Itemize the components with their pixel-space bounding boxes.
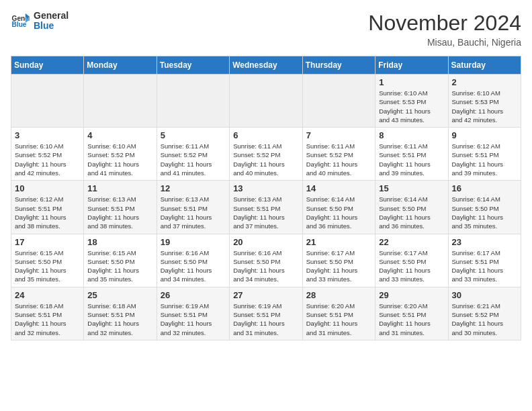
day-number: 10 bbox=[15, 183, 80, 193]
calendar-cell: 19Sunrise: 6:16 AM Sunset: 5:50 PM Dayli… bbox=[157, 234, 229, 287]
calendar-cell: 4Sunrise: 6:10 AM Sunset: 5:52 PM Daylig… bbox=[84, 128, 157, 181]
day-number: 24 bbox=[15, 290, 80, 300]
location-subtitle: Misau, Bauchi, Nigeria bbox=[368, 37, 521, 48]
day-info: Sunrise: 6:15 AM Sunset: 5:50 PM Dayligh… bbox=[87, 248, 152, 284]
calendar-week-row: 24Sunrise: 6:18 AM Sunset: 5:51 PM Dayli… bbox=[11, 287, 521, 340]
day-number: 1 bbox=[379, 77, 444, 87]
day-number: 13 bbox=[233, 183, 299, 193]
day-number: 23 bbox=[452, 237, 518, 247]
calendar-week-row: 3Sunrise: 6:10 AM Sunset: 5:52 PM Daylig… bbox=[11, 128, 521, 181]
day-info: Sunrise: 6:10 AM Sunset: 5:52 PM Dayligh… bbox=[87, 142, 152, 177]
day-info: Sunrise: 6:14 AM Sunset: 5:50 PM Dayligh… bbox=[452, 195, 518, 230]
calendar-cell: 15Sunrise: 6:14 AM Sunset: 5:50 PM Dayli… bbox=[375, 181, 448, 234]
calendar-week-row: 1Sunrise: 6:10 AM Sunset: 5:53 PM Daylig… bbox=[11, 75, 521, 128]
weekday-header: Saturday bbox=[448, 56, 521, 75]
weekday-header: Friday bbox=[375, 56, 448, 75]
logo: General Blue General Blue bbox=[11, 11, 69, 32]
day-number: 25 bbox=[87, 290, 152, 300]
day-info: Sunrise: 6:17 AM Sunset: 5:51 PM Dayligh… bbox=[452, 248, 518, 284]
calendar-cell: 3Sunrise: 6:10 AM Sunset: 5:52 PM Daylig… bbox=[11, 128, 84, 181]
day-number: 20 bbox=[233, 237, 299, 247]
day-info: Sunrise: 6:14 AM Sunset: 5:50 PM Dayligh… bbox=[306, 195, 371, 230]
day-number: 30 bbox=[452, 290, 518, 300]
calendar-cell bbox=[230, 75, 303, 128]
calendar-cell: 24Sunrise: 6:18 AM Sunset: 5:51 PM Dayli… bbox=[11, 287, 84, 340]
calendar-cell: 27Sunrise: 6:19 AM Sunset: 5:51 PM Dayli… bbox=[230, 287, 303, 340]
calendar-cell bbox=[157, 75, 229, 128]
day-info: Sunrise: 6:11 AM Sunset: 5:52 PM Dayligh… bbox=[233, 142, 299, 177]
day-info: Sunrise: 6:11 AM Sunset: 5:52 PM Dayligh… bbox=[161, 142, 226, 177]
calendar-cell: 20Sunrise: 6:16 AM Sunset: 5:50 PM Dayli… bbox=[230, 234, 303, 287]
calendar-cell: 1Sunrise: 6:10 AM Sunset: 5:53 PM Daylig… bbox=[375, 75, 448, 128]
day-number: 3 bbox=[15, 130, 80, 140]
calendar-cell: 18Sunrise: 6:15 AM Sunset: 5:50 PM Dayli… bbox=[84, 234, 157, 287]
day-info: Sunrise: 6:10 AM Sunset: 5:53 PM Dayligh… bbox=[452, 89, 518, 124]
weekday-header: Wednesday bbox=[230, 56, 303, 75]
day-info: Sunrise: 6:16 AM Sunset: 5:50 PM Dayligh… bbox=[233, 248, 299, 284]
calendar-cell: 14Sunrise: 6:14 AM Sunset: 5:50 PM Dayli… bbox=[302, 181, 375, 234]
calendar-cell: 28Sunrise: 6:20 AM Sunset: 5:51 PM Dayli… bbox=[302, 287, 375, 340]
day-number: 15 bbox=[379, 183, 444, 193]
calendar-cell: 11Sunrise: 6:13 AM Sunset: 5:51 PM Dayli… bbox=[84, 181, 157, 234]
day-info: Sunrise: 6:15 AM Sunset: 5:50 PM Dayligh… bbox=[15, 248, 80, 284]
day-info: Sunrise: 6:11 AM Sunset: 5:52 PM Dayligh… bbox=[306, 142, 371, 177]
day-number: 26 bbox=[161, 290, 226, 300]
day-info: Sunrise: 6:12 AM Sunset: 5:51 PM Dayligh… bbox=[452, 142, 518, 177]
day-number: 14 bbox=[306, 183, 371, 193]
calendar-cell: 17Sunrise: 6:15 AM Sunset: 5:50 PM Dayli… bbox=[11, 234, 84, 287]
calendar-cell bbox=[84, 75, 157, 128]
calendar-cell: 29Sunrise: 6:20 AM Sunset: 5:51 PM Dayli… bbox=[375, 287, 448, 340]
weekday-header: Tuesday bbox=[157, 56, 229, 75]
day-number: 16 bbox=[452, 183, 518, 193]
calendar-cell: 30Sunrise: 6:21 AM Sunset: 5:52 PM Dayli… bbox=[448, 287, 521, 340]
calendar-cell: 8Sunrise: 6:11 AM Sunset: 5:51 PM Daylig… bbox=[375, 128, 448, 181]
day-info: Sunrise: 6:18 AM Sunset: 5:51 PM Dayligh… bbox=[87, 302, 152, 337]
month-title: November 2024 bbox=[368, 11, 521, 36]
day-number: 18 bbox=[87, 237, 152, 247]
day-info: Sunrise: 6:19 AM Sunset: 5:51 PM Dayligh… bbox=[161, 302, 226, 337]
calendar-cell: 10Sunrise: 6:12 AM Sunset: 5:51 PM Dayli… bbox=[11, 181, 84, 234]
day-number: 27 bbox=[233, 290, 299, 300]
day-info: Sunrise: 6:17 AM Sunset: 5:50 PM Dayligh… bbox=[379, 248, 444, 284]
calendar-table: SundayMondayTuesdayWednesdayThursdayFrid… bbox=[11, 56, 521, 340]
logo-text-blue: Blue bbox=[34, 21, 69, 31]
calendar-header-row: SundayMondayTuesdayWednesdayThursdayFrid… bbox=[11, 56, 521, 75]
day-info: Sunrise: 6:17 AM Sunset: 5:50 PM Dayligh… bbox=[306, 248, 371, 284]
calendar-cell: 7Sunrise: 6:11 AM Sunset: 5:52 PM Daylig… bbox=[302, 128, 375, 181]
day-info: Sunrise: 6:13 AM Sunset: 5:51 PM Dayligh… bbox=[233, 195, 299, 230]
title-block: November 2024 Misau, Bauchi, Nigeria bbox=[368, 11, 521, 48]
calendar-cell bbox=[302, 75, 375, 128]
calendar-cell: 12Sunrise: 6:13 AM Sunset: 5:51 PM Dayli… bbox=[157, 181, 229, 234]
day-info: Sunrise: 6:10 AM Sunset: 5:53 PM Dayligh… bbox=[379, 89, 444, 124]
logo-icon: General Blue bbox=[11, 11, 30, 30]
day-info: Sunrise: 6:14 AM Sunset: 5:50 PM Dayligh… bbox=[379, 195, 444, 230]
day-info: Sunrise: 6:13 AM Sunset: 5:51 PM Dayligh… bbox=[161, 195, 226, 230]
calendar-cell: 9Sunrise: 6:12 AM Sunset: 5:51 PM Daylig… bbox=[448, 128, 521, 181]
day-info: Sunrise: 6:21 AM Sunset: 5:52 PM Dayligh… bbox=[452, 302, 518, 337]
day-number: 5 bbox=[161, 130, 226, 140]
day-number: 9 bbox=[452, 130, 518, 140]
day-info: Sunrise: 6:19 AM Sunset: 5:51 PM Dayligh… bbox=[233, 302, 299, 337]
day-number: 12 bbox=[161, 183, 226, 193]
day-info: Sunrise: 6:11 AM Sunset: 5:51 PM Dayligh… bbox=[379, 142, 444, 177]
day-number: 21 bbox=[306, 237, 371, 247]
calendar-cell: 25Sunrise: 6:18 AM Sunset: 5:51 PM Dayli… bbox=[84, 287, 157, 340]
day-info: Sunrise: 6:10 AM Sunset: 5:52 PM Dayligh… bbox=[15, 142, 80, 177]
weekday-header: Sunday bbox=[11, 56, 84, 75]
day-info: Sunrise: 6:12 AM Sunset: 5:51 PM Dayligh… bbox=[15, 195, 80, 230]
page-header: General Blue General Blue November 2024 … bbox=[11, 11, 521, 48]
weekday-header: Monday bbox=[84, 56, 157, 75]
calendar-cell: 13Sunrise: 6:13 AM Sunset: 5:51 PM Dayli… bbox=[230, 181, 303, 234]
day-number: 29 bbox=[379, 290, 444, 300]
logo-text-general: General bbox=[34, 11, 69, 21]
calendar-cell: 21Sunrise: 6:17 AM Sunset: 5:50 PM Dayli… bbox=[302, 234, 375, 287]
day-number: 2 bbox=[452, 77, 518, 87]
day-number: 19 bbox=[161, 237, 226, 247]
day-number: 6 bbox=[233, 130, 299, 140]
calendar-week-row: 17Sunrise: 6:15 AM Sunset: 5:50 PM Dayli… bbox=[11, 234, 521, 287]
day-info: Sunrise: 6:20 AM Sunset: 5:51 PM Dayligh… bbox=[379, 302, 444, 337]
svg-text:Blue: Blue bbox=[12, 21, 27, 29]
day-number: 28 bbox=[306, 290, 371, 300]
day-info: Sunrise: 6:13 AM Sunset: 5:51 PM Dayligh… bbox=[87, 195, 152, 230]
day-number: 17 bbox=[15, 237, 80, 247]
